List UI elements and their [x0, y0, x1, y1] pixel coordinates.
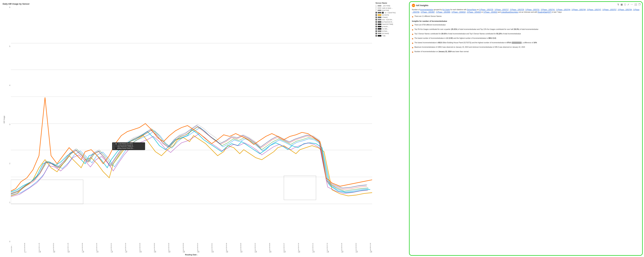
tooltip-rank-1: 1. [114, 143, 115, 145]
x-label-19: 20 Jan 2024 01:57 PM [284, 241, 286, 252]
x-label-11: 18 Jan 2024 03:39 PM [168, 241, 170, 252]
share-icon[interactable]: ⬡ [624, 3, 626, 6]
legend-item-11[interactable]: ✓ 017644... [376, 30, 407, 32]
link-incrementedvalue[interactable]: Incrementedvalue [420, 9, 433, 11]
legend-color-12 [378, 33, 381, 34]
legend-text-9: g House ... [382, 26, 389, 27]
link-jan22[interactable]: January 22, 2024 [438, 51, 452, 53]
legend-item-6[interactable]: ✓ izza - 6 {01764... [376, 19, 407, 21]
legend-item-1[interactable]: ractic & Injury ... [376, 7, 407, 9]
x-label-20: 20 Jan 2024 07:44 PM [298, 241, 300, 252]
legend-item-5[interactable]: ✓ 176442} [376, 17, 407, 18]
link-3phase-1053764[interactable]: 3-Phase - 1053764 [618, 9, 632, 11]
y-tick-0: 0 [9, 241, 10, 242]
link-3phase-1053747[interactable]: 3-Phase - 1053747 [587, 9, 601, 11]
sort-icon[interactable]: ⇅ [617, 3, 619, 6]
legend-header: Sensor Name [376, 2, 407, 4]
link-3phase-1054022[interactable]: 3-Phase - 1054022 [484, 11, 498, 13]
x-label-12: 18 Jan 2024 09:26 PM [183, 241, 185, 252]
legend-checkbox-11[interactable]: ✓ [376, 30, 377, 32]
tooltip-row-1: 1. - 2 {0176441} (10.34%) [114, 143, 144, 145]
legend-item-3[interactable]: ✓ ce - 9 {0167761} [376, 12, 407, 14]
legend-item-9[interactable]: ✓ g House ... [376, 26, 407, 27]
x-label-17: 20 Jan 2024 02:22 AM [254, 241, 257, 252]
x-label-16: 19 Jan 2024 08:35 PM [240, 241, 242, 252]
legend-checkbox-12[interactable]: ✓ [376, 33, 377, 34]
window-icon[interactable]: ⬜ [634, 3, 637, 6]
diamond-icon-7: ◆ [412, 51, 413, 54]
link-3phase-1053741[interactable]: 3-Phase - 1053741 [541, 9, 555, 11]
legend-checkbox-9[interactable]: ✓ [376, 26, 377, 27]
stat-bullet4-text: The lowest number of Incrementedvalue is… [414, 37, 496, 40]
legend-item-8[interactable]: ✓ Panel {0177699} [376, 24, 407, 25]
legend-item-4[interactable]: ✓ {0176375} [376, 14, 407, 16]
legend-checkbox-4[interactable]: ✓ [376, 14, 377, 16]
link-sensorname[interactable]: SensorName [467, 9, 476, 11]
stat-bullet6-text: Maximum Incrementedvalue of 1086.0 was o… [414, 46, 525, 48]
copy-icon[interactable]: ❐ [638, 3, 640, 6]
link-top13-kw[interactable]: Top 13% [480, 28, 486, 30]
legend-item-2[interactable]: {0167763} [376, 10, 407, 11]
link-top3-kw[interactable]: Top 3% [414, 28, 420, 30]
legend-item-0[interactable]: ...{0177935} [376, 5, 407, 7]
svg-rect-8 [284, 176, 316, 200]
stat-bullet5-text: The lowest Incrementedvalue is 602.0 (Ma… [414, 41, 537, 44]
link-3phase-1053757[interactable]: 3-Phase - 1053757 [602, 9, 616, 11]
legend-color-4 [378, 14, 381, 16]
y-tick-3: 3 [9, 124, 10, 125]
x-label-24: 21 Jan 2024 06:52 PM [356, 241, 358, 252]
legend-item-13[interactable]: ✓ '718} [376, 35, 407, 37]
legend-text-8: Panel {0177699} [382, 24, 393, 25]
link-3phase-1053725[interactable]: 3-Phase - 1053725 [479, 9, 493, 11]
y-tick-1: 1 [9, 202, 10, 203]
stat-bullet3-text: Top 3 Sensor Names contributed for 28.41… [414, 33, 521, 35]
legend-checkbox-10[interactable]: ✓ [376, 28, 377, 30]
legend-item-12[interactable]: ✓ {0176443} [376, 33, 407, 34]
bar-chart-icon[interactable]: ▦ [620, 3, 623, 6]
link-top3-sensors[interactable]: Top 3 [414, 33, 418, 35]
legend-color-11 [378, 31, 381, 32]
x-label-13: 19 Jan 2024 03:14 AM [197, 241, 199, 252]
link-3phase-1053749[interactable]: 3-Phase - 1053749 [572, 9, 586, 11]
link-3phase-1053727[interactable]: 3-Phase - 1053727 [494, 9, 509, 11]
link-kw-usage[interactable]: Kw Usage [442, 9, 450, 11]
tooltip-dot-1 [116, 143, 117, 144]
legend-checkbox-5[interactable]: ✓ [376, 17, 377, 18]
x-label-10: 18 Jan 2024 09:52 AM [154, 241, 156, 252]
legend-color-10 [378, 28, 381, 30]
more-icon[interactable]: ⋯ [631, 3, 633, 6]
stat-bullet6: ◆ Maximum Incrementedvalue of 1086.0 was… [412, 46, 640, 49]
legend-item-7[interactable]: ✓ se Panel {0176... [376, 21, 407, 23]
link-readingdate[interactable]: ReadingDate(EST) [538, 11, 552, 13]
link-3phase-1053999[interactable]: 3-Phase - 1053999 [436, 11, 450, 13]
link-top6-sensors[interactable]: Top 6 [470, 33, 473, 35]
svg-rect-7 [11, 180, 83, 204]
stat-bullet4: ◆ The lowest number of Incrementedvalue … [412, 37, 640, 40]
legend-checkbox-2[interactable] [376, 10, 377, 11]
link-3phase-1053744[interactable]: 3-Phase - 1053744 [556, 9, 570, 11]
link-3phase-1053997[interactable]: 3-Phase - 1053997 [421, 11, 435, 13]
diamond-icon-2: ◆ [412, 28, 413, 31]
legend-checkbox-0[interactable] [376, 5, 377, 7]
link-3phase-1053731[interactable]: 3-Phase - 1053731 [526, 9, 540, 11]
tooltip-text-2: use Panel {0177699} (9... [118, 145, 134, 147]
x-label-23: 21 Jan 2024 01:05 PM [341, 241, 344, 252]
legend-checkbox-7[interactable]: ✓ [376, 21, 377, 23]
legend-checkbox-8[interactable]: ✓ [376, 24, 377, 25]
link-linkedasset[interactable]: LinkedAssetDescription [501, 11, 518, 13]
link-3phase-1053729[interactable]: 3-Phase - 1053729 [510, 9, 524, 11]
link-3phase-1054010[interactable]: 3-Phase - 1054010 [452, 11, 466, 13]
diamond-icon-1: ◆ [412, 24, 413, 27]
legend-checkbox-13[interactable]: ✓ [376, 35, 377, 37]
legend-checkbox-6[interactable]: ✓ [376, 19, 377, 21]
legend-checkbox-3[interactable]: ✓ [376, 12, 377, 14]
legend-text-7: se Panel {0176... [382, 21, 393, 23]
y-tick-2: 2 [9, 163, 10, 164]
expand-icon[interactable]: ⤢ [627, 3, 629, 6]
link-3phase-1054020[interactable]: 3-Phase - 1054020 [467, 11, 481, 13]
legend-text-6: izza - 6 {01764... [382, 19, 393, 21]
link-main-building[interactable]: Main Building House Panel {0176373} [443, 42, 471, 44]
legend-checkbox-1[interactable] [376, 7, 377, 9]
legend-item-10[interactable]: ✓ k & Win... [376, 28, 407, 30]
legend-text-2: {0167763} [382, 10, 389, 11]
